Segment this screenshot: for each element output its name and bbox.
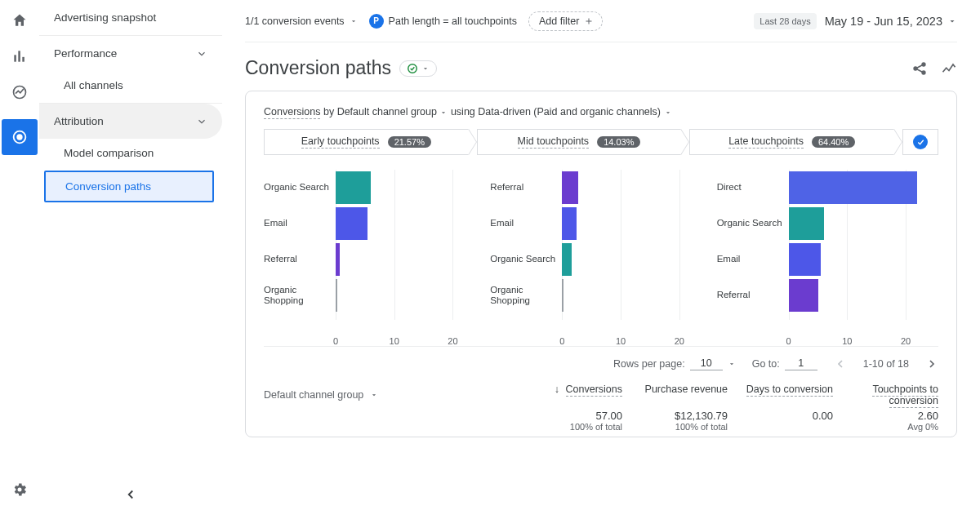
home-icon[interactable]: [11, 11, 29, 29]
plus-icon: [584, 16, 594, 26]
bar: [562, 279, 563, 312]
p-badge-icon: P: [369, 14, 384, 29]
bar-label: Email: [490, 218, 555, 228]
bar: [789, 207, 824, 240]
chevron-up-icon: [196, 116, 207, 127]
chart-card: Conversions by Default channel group usi…: [245, 91, 957, 437]
bar-label: Organic Search: [264, 182, 329, 193]
gear-icon[interactable]: [11, 481, 29, 499]
date-preset-chip: Last 28 days: [754, 13, 816, 29]
goto-page[interactable]: Go to:: [752, 357, 817, 370]
page-title: Conversion paths: [245, 57, 391, 79]
col-days[interactable]: Days to conversion: [728, 384, 833, 406]
svg-rect-0: [14, 55, 16, 61]
rows-per-page[interactable]: Rows per page:: [613, 357, 736, 370]
table-header: Default channel group ↓ Conversions Purc…: [264, 375, 938, 410]
sidebar-item-all-channels[interactable]: All channels: [39, 71, 222, 104]
bar: [336, 243, 340, 276]
bar-label: Email: [717, 254, 782, 264]
bar-label: Email: [264, 218, 329, 228]
bar-chart: ReferralEmailOrganic SearchOrganic Shopp…: [490, 170, 711, 341]
date-range-picker[interactable]: May 19 - Jun 15, 2023: [825, 15, 957, 28]
sidebar-section-attribution[interactable]: Attribution: [39, 104, 222, 139]
status-chip[interactable]: [399, 60, 437, 77]
charts-row: Organic SearchEmailReferralOrganic Shopp…: [264, 170, 938, 341]
bar: [336, 171, 371, 204]
bar-label: Organic Shopping: [490, 285, 555, 306]
share-icon[interactable]: [911, 60, 928, 77]
table-subrow: 100% of total 100% of total Avg 0%: [264, 422, 938, 432]
group-dropdown[interactable]: Default channel group: [264, 384, 517, 406]
conversion-events-dropdown[interactable]: 1/1 conversion events: [245, 16, 358, 27]
chevron-up-icon: [196, 48, 207, 60]
touchpoint-steps: Early touchpoints 21.57% Mid touchpoints…: [264, 129, 938, 155]
bar-chart: DirectOrganic SearchEmailReferral01020: [717, 170, 938, 341]
path-length-chip[interactable]: P Path length = all touchpoints: [369, 14, 517, 29]
collapse-sidebar-button[interactable]: [39, 487, 222, 502]
sidebar-item-conversion-paths[interactable]: Conversion paths: [44, 171, 214, 202]
svg-point-7: [914, 67, 917, 70]
step-late[interactable]: Late touchpoints 64.40%: [689, 129, 894, 155]
card-heading[interactable]: Conversions by Default channel group usi…: [264, 106, 938, 118]
bar-label: Referral: [717, 290, 782, 300]
step-mid[interactable]: Mid touchpoints 14.03%: [477, 129, 682, 155]
sidebar-section-performance[interactable]: Performance: [39, 36, 222, 71]
trend-icon[interactable]: [11, 83, 29, 101]
bar-label: Organic Search: [717, 218, 782, 228]
bar-label: Referral: [490, 182, 555, 193]
arrow-down-icon: ↓: [555, 384, 559, 395]
page-range: 1-10 of 18: [863, 358, 909, 370]
bar: [789, 243, 821, 276]
svg-point-9: [922, 71, 925, 74]
step-check[interactable]: [902, 129, 938, 155]
bar: [562, 243, 571, 276]
nav-label: Performance: [54, 47, 117, 60]
svg-rect-1: [18, 51, 20, 61]
bar-chart-icon[interactable]: [11, 47, 29, 65]
page-title-row: Conversion paths: [245, 42, 957, 91]
bar-label: Direct: [717, 182, 782, 193]
col-conversions[interactable]: ↓ Conversions: [517, 384, 622, 406]
svg-point-5: [17, 135, 22, 140]
insights-icon[interactable]: [941, 60, 957, 77]
bar-chart: Organic SearchEmailReferralOrganic Shopp…: [264, 170, 485, 341]
bar: [336, 207, 368, 240]
nav-label: Attribution: [54, 115, 104, 127]
bar: [789, 171, 918, 204]
bar: [562, 207, 577, 240]
bar-label: Referral: [264, 254, 329, 264]
table-pager: Rows per page: Go to: 1-10 of 18: [264, 346, 938, 375]
filter-bar: 1/1 conversion events P Path length = al…: [245, 0, 957, 42]
bar-label: Organic Shopping: [264, 285, 329, 306]
page-next-icon[interactable]: [925, 357, 938, 370]
attribution-icon[interactable]: [2, 119, 38, 155]
check-icon: [913, 135, 928, 149]
svg-rect-2: [22, 57, 24, 62]
goto-input[interactable]: [785, 357, 817, 370]
bar: [562, 171, 578, 204]
bar: [336, 279, 337, 312]
main-content: 1/1 conversion events P Path length = al…: [222, 0, 980, 510]
nav-label: Advertising snapshot: [54, 11, 156, 24]
bar-label: Organic Search: [490, 254, 555, 264]
svg-point-8: [922, 63, 925, 66]
col-touchpoints[interactable]: Touchpoints to conversion: [833, 384, 938, 406]
sidebar-item-model-comparison[interactable]: Model comparison: [39, 139, 222, 167]
page-prev-icon[interactable]: [834, 357, 847, 370]
col-revenue[interactable]: Purchase revenue: [622, 384, 728, 406]
bar: [789, 279, 818, 312]
rows-per-page-input[interactable]: [690, 357, 723, 370]
add-filter-button[interactable]: Add filter: [528, 11, 603, 31]
table-row: 57.00 $12,130.79 0.00 2.60: [264, 410, 938, 422]
sidebar-item-snapshot[interactable]: Advertising snapshot: [39, 0, 222, 36]
sidebar: Advertising snapshot Performance All cha…: [39, 0, 222, 510]
step-early[interactable]: Early touchpoints 21.57%: [264, 129, 469, 155]
left-rail: [0, 0, 39, 510]
